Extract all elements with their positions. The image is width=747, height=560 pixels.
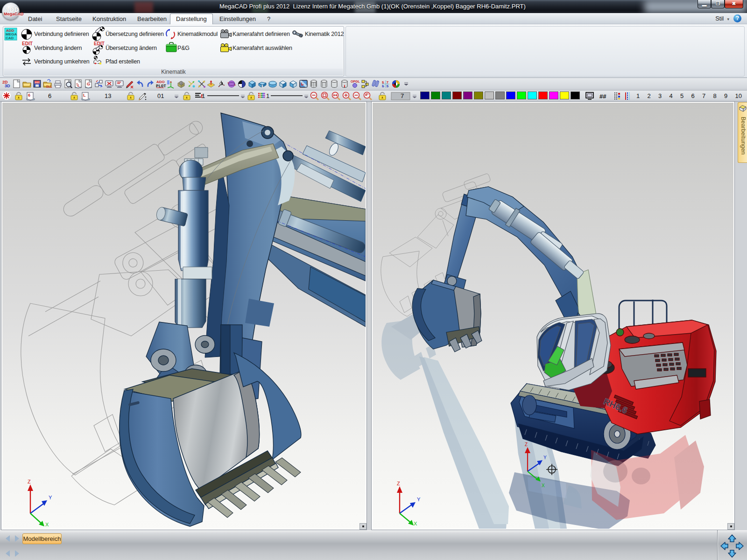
svg-text:X: X	[542, 483, 545, 488]
svg-text:Y: Y	[49, 495, 52, 500]
svg-text:b S: b S	[382, 84, 389, 88]
svg-text:CAD: CAD	[6, 36, 14, 40]
svg-text:OPGL: OPGL	[351, 80, 360, 83]
svg-text:6: 6	[28, 93, 30, 98]
svg-text:Z: Z	[397, 481, 400, 486]
svg-text:L: L	[83, 93, 86, 98]
svg-text:EDIT: EDIT	[22, 41, 33, 46]
svg-text:Z: Z	[525, 442, 528, 447]
svg-text:PRT: PRT	[35, 81, 41, 84]
svg-text:DLL: DLL	[46, 85, 52, 88]
svg-text:EDIT: EDIT	[94, 41, 105, 46]
svg-text:Y: Y	[417, 497, 421, 502]
svg-text:Z: Z	[28, 479, 31, 484]
svg-text:ADO: ADO	[156, 80, 165, 84]
svg-text:X: X	[414, 521, 417, 526]
svg-text:3D: 3D	[5, 84, 10, 88]
svg-text:Y: Y	[543, 455, 547, 460]
svg-text:G: G	[87, 82, 90, 86]
svg-text:##: ##	[599, 93, 606, 100]
svg-text:X: X	[45, 522, 49, 527]
